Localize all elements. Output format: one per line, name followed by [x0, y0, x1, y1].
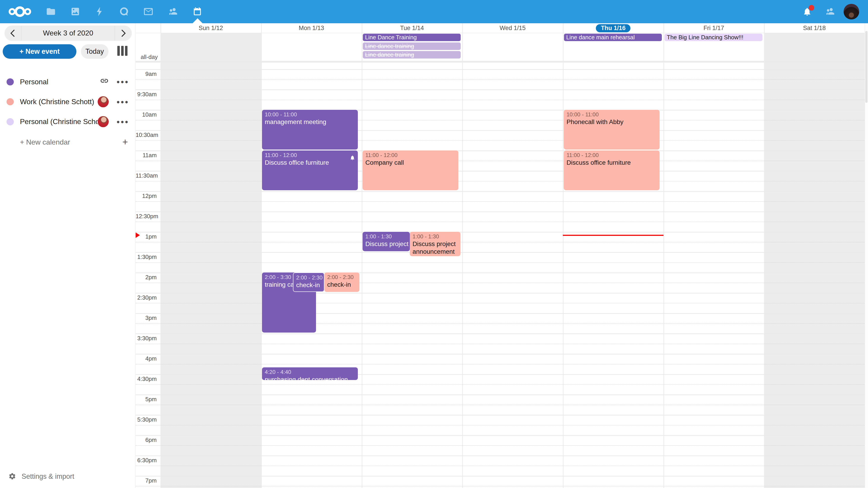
calendar-event[interactable]: 11:00 - 12:00Discuss office furniture: [262, 151, 358, 190]
day-header-sat[interactable]: Sat 1/18: [764, 23, 865, 33]
scrollbar[interactable]: [865, 23, 868, 488]
time-label: 10am: [135, 111, 157, 118]
today-pill: Thu 1/16: [596, 24, 630, 32]
event-title: Discuss project announcement: [365, 240, 407, 248]
event-title: management meeting: [265, 118, 355, 126]
grid-hour-line: [135, 415, 865, 415]
photos-icon[interactable]: [63, 0, 88, 23]
grid-hour-line: [135, 374, 865, 375]
time-label: 1:30pm: [135, 254, 157, 260]
new-event-button[interactable]: + New event: [3, 44, 76, 59]
grid-quarter-line: [135, 344, 865, 344]
day-header-mon[interactable]: Mon 1/13: [261, 23, 362, 33]
files-icon[interactable]: [39, 0, 63, 23]
event-time: 2:00 - 2:30: [296, 274, 321, 281]
time-grid: 9am9:30am10am10:30am11am11:30am12pm12:30…: [135, 63, 865, 488]
grid-hour-line: [135, 232, 865, 232]
time-label: 9:30am: [135, 91, 157, 98]
day-header-thu[interactable]: Thu 1/16: [563, 23, 663, 33]
all-day-divider: [135, 61, 865, 62]
all-day-event[interactable]: Line dance training: [363, 42, 461, 50]
calendar-week-view: Sun 1/12Mon 1/13Tue 1/14Wed 1/15Thu 1/16…: [135, 23, 868, 488]
time-label: 11:30am: [135, 172, 157, 179]
calendar-list-item-work-christine[interactable]: Work (Christine Schott) ●●●: [0, 92, 135, 111]
grid-quarter-line: [135, 303, 865, 303]
grid-hour-line: [135, 354, 865, 354]
event-title: Phonecall with Abby: [566, 118, 657, 126]
scrollbar-thumb[interactable]: [865, 31, 868, 103]
activity-icon[interactable]: [88, 0, 112, 23]
grid-quarter-line: [135, 425, 865, 425]
user-avatar[interactable]: [842, 0, 861, 23]
calendar-color-dot: [6, 98, 14, 105]
calendar-actions-menu[interactable]: ●●●: [116, 119, 129, 125]
calendar-event[interactable]: 4:20 - 4:40purchasing dept conversation: [262, 367, 358, 380]
notifications-bell-icon[interactable]: [799, 0, 815, 23]
now-indicator-arrow: [135, 232, 140, 238]
all-day-event[interactable]: Line dance main rehearsal: [564, 34, 662, 41]
next-week-button[interactable]: [115, 26, 131, 41]
event-time: 1:00 - 1:30: [412, 233, 458, 240]
day-header-fri[interactable]: Fri 1/17: [663, 23, 764, 33]
calendar-list-item-personal-christine[interactable]: Personal (Christine Scho... ●●●: [0, 112, 135, 131]
calendar-event[interactable]: 2:00 - 2:30check-in: [324, 272, 360, 292]
event-time: 11:00 - 12:00: [566, 152, 657, 159]
calendar-event[interactable]: 11:00 - 12:00Discuss office furniture: [564, 151, 659, 190]
time-label: 2pm: [135, 274, 157, 281]
time-label: 3:30pm: [135, 335, 157, 341]
day-header-wed[interactable]: Wed 1/15: [462, 23, 563, 33]
grid-hour-line: [135, 212, 865, 212]
alarm-bell-icon: [350, 153, 355, 163]
today-button[interactable]: Today: [81, 44, 108, 59]
sidebar: Week 3 of 2020 + New event Today Persona…: [0, 23, 135, 488]
calendar-actions-menu[interactable]: ●●●: [116, 99, 129, 105]
grid-quarter-line: [135, 283, 865, 283]
grid-quarter-line: [135, 100, 865, 100]
day-header-sun[interactable]: Sun 1/12: [160, 23, 261, 33]
share-link-icon[interactable]: [100, 76, 109, 87]
time-label: 3pm: [135, 315, 157, 321]
day-header-row: Sun 1/12Mon 1/13Tue 1/14Wed 1/15Thu 1/16…: [135, 23, 865, 33]
grid-quarter-line: [135, 222, 865, 222]
grid-hour-line: [135, 435, 865, 435]
calendar-actions-menu[interactable]: ●●●: [116, 78, 129, 85]
calendar-event[interactable]: 11:00 - 12:00Company call: [363, 151, 458, 190]
calendar-event[interactable]: 2:00 - 2:30check-in: [293, 272, 324, 292]
calendar-event[interactable]: 10:00 - 11:00management meeting: [262, 110, 358, 150]
week-label[interactable]: Week 3 of 2020: [21, 26, 115, 40]
nextcloud-logo-icon[interactable]: [5, 0, 34, 23]
grid-quarter-line: [135, 364, 865, 364]
calendar-name: Personal (Christine Scho...: [20, 118, 98, 126]
time-label: 12pm: [135, 193, 157, 199]
all-day-event[interactable]: Line Dance Training: [363, 34, 461, 41]
event-title: Discuss office furniture: [265, 159, 355, 166]
time-label: 7pm: [135, 477, 157, 484]
time-label: 9am: [135, 71, 157, 77]
owner-avatar: [98, 116, 109, 127]
contacts-app-icon[interactable]: [160, 0, 185, 23]
event-time: 2:00 - 2:30: [327, 273, 356, 281]
time-label: 2:30pm: [135, 294, 157, 301]
grid-quarter-line: [135, 486, 865, 486]
grid-hour-line: [135, 333, 865, 334]
active-app-indicator: [193, 18, 203, 23]
calendar-event[interactable]: 10:00 - 11:00Phonecall with Abby: [564, 110, 659, 150]
plus-icon: +: [122, 137, 128, 148]
grid-quarter-line: [135, 201, 865, 202]
contacts-menu-icon[interactable]: [822, 0, 838, 23]
day-header-tue[interactable]: Tue 1/14: [362, 23, 462, 33]
grid-quarter-line: [135, 384, 865, 385]
view-switcher-icon[interactable]: [117, 46, 127, 56]
previous-week-button[interactable]: [4, 26, 21, 41]
calendar-event[interactable]: 1:00 - 1:30Discuss project announcement: [363, 232, 410, 251]
calendar-event[interactable]: 1:00 - 1:30Discuss project announcement: [410, 232, 460, 256]
calendar-list-item-personal[interactable]: Personal ●●●: [0, 72, 135, 91]
settings-import-button[interactable]: Settings & import: [0, 468, 135, 485]
mail-icon[interactable]: [136, 0, 160, 23]
event-time: 11:00 - 12:00: [265, 152, 355, 159]
all-day-event[interactable]: The Big Line Dancing Show!!!: [664, 34, 763, 41]
event-time: 4:20 - 4:40: [265, 368, 355, 376]
all-day-event[interactable]: Line dance training: [363, 51, 461, 59]
talk-icon[interactable]: [112, 0, 136, 23]
new-calendar-button[interactable]: + New calendar +: [0, 134, 135, 151]
